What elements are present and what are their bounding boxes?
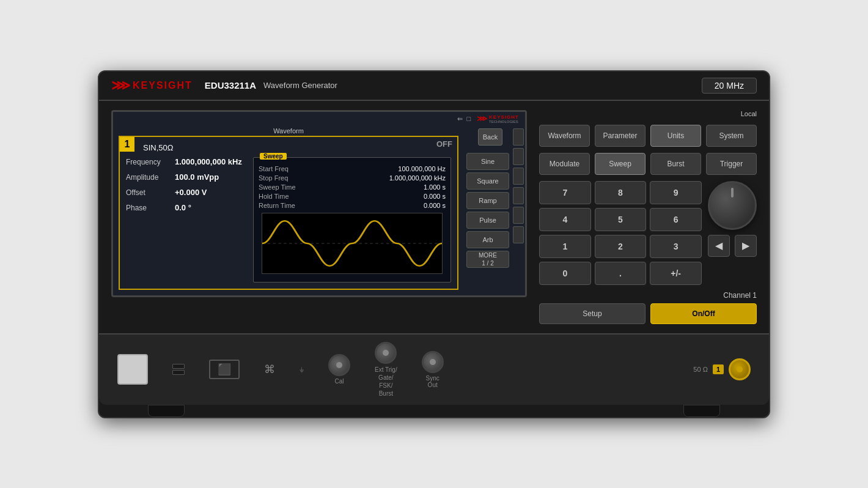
channel-buttons: Setup On/Off <box>539 303 757 324</box>
offset-param: Offset +0.000 V <box>126 188 248 197</box>
more-button[interactable]: MORE 1 / 2 <box>466 251 509 268</box>
pulse-button[interactable]: Pulse <box>466 212 509 229</box>
usb-type-a-port: ⬛ <box>209 360 240 379</box>
sync-out-bnc-body <box>422 351 444 373</box>
cal-bnc-body <box>328 354 350 376</box>
screen-icons: ⇐ □ <box>457 115 471 123</box>
units-button[interactable]: Units <box>650 125 701 147</box>
num-decimal[interactable]: . <box>595 262 647 285</box>
hold-time-row: Hold Time 0.000 s <box>259 193 446 200</box>
sync-out-label: Sync Out <box>426 375 440 388</box>
control-panel: Local Waveform Parameter Units System Mo… <box>539 110 757 324</box>
rotary-knob[interactable] <box>708 181 757 230</box>
stop-freq-value: 1.000,000,000 kHz <box>389 174 446 182</box>
phase-label: Phase <box>126 204 175 212</box>
sweep-time-row: Sweep Time 1.000 s <box>259 183 446 191</box>
frequency-label: Frequency <box>126 158 175 166</box>
second-row-buttons: Modulate Sweep Burst Trigger <box>539 153 757 175</box>
sine-button[interactable]: Sine <box>466 153 509 170</box>
amplitude-label: Amplitude <box>126 173 175 182</box>
softkey-4[interactable] <box>513 187 524 204</box>
phase-value: 0.0 ° <box>175 203 191 212</box>
setup-button[interactable]: Setup <box>539 303 645 324</box>
params-area: Frequency 1.000,000,000 kHz Amplitude 10… <box>126 157 451 283</box>
screen-logo-chevron: ⋙ <box>477 114 487 123</box>
softkey-3[interactable] <box>513 168 524 185</box>
sweep-button[interactable]: Sweep <box>595 153 645 175</box>
softkey-2[interactable] <box>513 148 524 165</box>
waveform-button[interactable]: Waveform <box>539 125 590 147</box>
square-button[interactable]: Square <box>466 172 509 190</box>
ext-trig-bnc-inner <box>383 350 389 356</box>
keysight-logo: ⋙ KEYSIGHT <box>111 78 193 94</box>
num-plusminus[interactable]: +/- <box>650 262 702 285</box>
ramp-button[interactable]: Ramp <box>466 192 509 209</box>
onoff-button[interactable]: On/Off <box>650 303 757 324</box>
frequency-display: 20 MHz <box>702 78 757 94</box>
model-number: EDU33211A <box>205 80 256 91</box>
knob-section: ◀ ▶ <box>708 181 757 257</box>
ground-symbol: ⏚ <box>300 365 304 374</box>
num-0[interactable]: 0 <box>539 262 591 285</box>
ext-trig-label: Ext Trig/ Gate/ FSK/ Burst <box>375 366 397 397</box>
parameter-button[interactable]: Parameter <box>595 125 645 147</box>
num-9[interactable]: 9 <box>650 181 702 204</box>
sweep-time-label: Sweep Time <box>259 183 314 191</box>
num-6[interactable]: 6 <box>650 208 702 231</box>
top-bar: ⋙ KEYSIGHT EDU33211A Waveform Generator … <box>99 72 769 101</box>
display-icon: □ <box>466 115 471 122</box>
instrument-body: ⋙ KEYSIGHT EDU33211A Waveform Generator … <box>98 70 770 418</box>
arrow-right-button[interactable]: ▶ <box>735 235 757 257</box>
arb-button[interactable]: Arb <box>466 231 509 248</box>
softkey-1[interactable] <box>513 128 524 146</box>
stop-freq-row: Stop Freq 1.000,000,000 kHz <box>259 174 446 182</box>
start-freq-label: Start Freq <box>259 165 314 172</box>
num-4[interactable]: 4 <box>539 208 591 231</box>
numpad-knob-area: 7 8 9 4 5 6 1 2 3 0 . +/- <box>539 181 757 285</box>
num-3[interactable]: 3 <box>650 235 702 258</box>
logo-chevron-icon: ⋙ <box>111 78 129 94</box>
system-button[interactable]: System <box>706 125 757 147</box>
phase-param: Phase 0.0 ° <box>126 203 248 212</box>
return-time-label: Return Time <box>259 202 314 209</box>
num-2[interactable]: 2 <box>595 235 647 258</box>
sweep-label: Sweep <box>260 153 287 160</box>
usb-icon: ⇐ <box>457 115 463 123</box>
amplitude-param: Amplitude 100.0 mVpp <box>126 172 248 182</box>
arrow-buttons: ◀ ▶ <box>708 235 757 257</box>
main-content: ⇐ □ ⋙ KEYSIGHT TECHNOLOGIES <box>99 101 769 333</box>
sweep-params: Start Freq 100.000,000 Hz Stop Freq 1.00… <box>259 165 446 209</box>
offset-label: Offset <box>126 188 175 197</box>
local-label: Local <box>539 110 757 117</box>
num-1[interactable]: 1 <box>539 235 591 258</box>
num-5[interactable]: 5 <box>595 208 647 231</box>
model-subtitle: Waveform Generator <box>263 81 337 90</box>
usb-ports <box>172 364 185 375</box>
numpad: 7 8 9 4 5 6 1 2 3 0 . +/- <box>539 181 702 285</box>
trigger-button[interactable]: Trigger <box>706 153 757 175</box>
power-button[interactable] <box>117 354 148 385</box>
foot-right <box>683 405 720 417</box>
start-freq-row: Start Freq 100.000,000 Hz <box>259 165 446 172</box>
num-8[interactable]: 8 <box>595 181 647 204</box>
screen: ⇐ □ ⋙ KEYSIGHT TECHNOLOGIES <box>111 110 527 297</box>
back-button[interactable]: Back <box>478 128 502 146</box>
return-time-row: Return Time 0.000 s <box>259 202 446 209</box>
num-7[interactable]: 7 <box>539 181 591 204</box>
softkey-5[interactable] <box>513 207 524 224</box>
softkey-6[interactable] <box>513 226 524 243</box>
ext-trig-bnc-body <box>375 342 397 364</box>
channel-section: Channel 1 Setup On/Off <box>539 291 757 324</box>
modulate-button[interactable]: Modulate <box>539 153 590 175</box>
start-freq-value: 100.000,000 Hz <box>398 165 446 172</box>
frequency-value: 1.000,000,000 kHz <box>175 157 242 166</box>
ohm-label: 50 Ω <box>693 366 708 373</box>
sync-out-connector: Sync Out <box>422 351 444 388</box>
usb-icon: ⬛ <box>218 363 231 376</box>
sweep-time-value: 1.000 s <box>424 183 446 191</box>
cal-connector: Cal <box>328 354 350 385</box>
params-left: Frequency 1.000,000,000 kHz Amplitude 10… <box>126 157 248 283</box>
hold-time-label: Hold Time <box>259 193 314 200</box>
arrow-left-button[interactable]: ◀ <box>708 235 730 257</box>
burst-button[interactable]: Burst <box>650 153 701 175</box>
